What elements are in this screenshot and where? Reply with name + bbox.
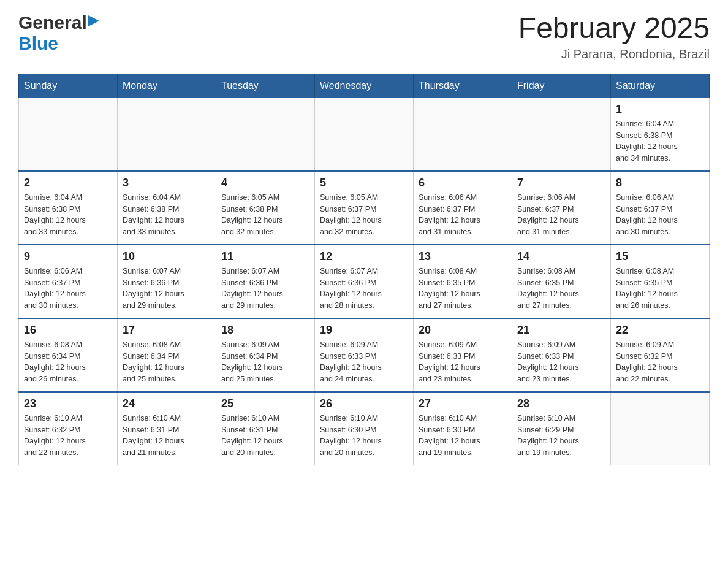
calendar-cell: 19Sunrise: 6:09 AM Sunset: 6:33 PM Dayli… (315, 318, 414, 392)
calendar-cell: 28Sunrise: 6:10 AM Sunset: 6:29 PM Dayli… (512, 392, 611, 465)
day-info: Sunrise: 6:10 AM Sunset: 6:29 PM Dayligh… (517, 413, 605, 459)
day-header-wednesday: Wednesday (315, 74, 414, 98)
day-info: Sunrise: 6:08 AM Sunset: 6:34 PM Dayligh… (24, 339, 112, 385)
calendar-cell: 23Sunrise: 6:10 AM Sunset: 6:32 PM Dayli… (19, 392, 118, 465)
day-info: Sunrise: 6:08 AM Sunset: 6:35 PM Dayligh… (517, 266, 605, 312)
page-header: General Blue February 2025 Ji Parana, Ro… (18, 12, 710, 61)
calendar-cell: 9Sunrise: 6:06 AM Sunset: 6:37 PM Daylig… (19, 245, 118, 318)
day-number: 11 (221, 250, 309, 263)
calendar-subtitle: Ji Parana, Rondonia, Brazil (518, 47, 710, 61)
title-area: February 2025 Ji Parana, Rondonia, Brazi… (518, 12, 710, 61)
logo-general-text: General (18, 12, 87, 33)
calendar-cell: 10Sunrise: 6:07 AM Sunset: 6:36 PM Dayli… (118, 245, 216, 318)
day-info: Sunrise: 6:07 AM Sunset: 6:36 PM Dayligh… (320, 266, 408, 312)
calendar-cell: 5Sunrise: 6:05 AM Sunset: 6:37 PM Daylig… (315, 171, 414, 245)
day-header-saturday: Saturday (611, 74, 710, 98)
calendar-cell: 1Sunrise: 6:04 AM Sunset: 6:38 PM Daylig… (611, 98, 710, 171)
day-info: Sunrise: 6:06 AM Sunset: 6:37 PM Dayligh… (517, 192, 605, 238)
week-row-1: 2Sunrise: 6:04 AM Sunset: 6:38 PM Daylig… (19, 171, 710, 245)
calendar-cell: 24Sunrise: 6:10 AM Sunset: 6:31 PM Dayli… (118, 392, 216, 465)
day-info: Sunrise: 6:08 AM Sunset: 6:34 PM Dayligh… (123, 339, 211, 385)
logo-blue-text: Blue (18, 33, 58, 53)
calendar-cell (216, 98, 315, 171)
day-info: Sunrise: 6:09 AM Sunset: 6:34 PM Dayligh… (221, 339, 309, 385)
day-info: Sunrise: 6:04 AM Sunset: 6:38 PM Dayligh… (24, 192, 112, 238)
logo-arrow-icon (88, 14, 99, 30)
calendar-cell: 7Sunrise: 6:06 AM Sunset: 6:37 PM Daylig… (512, 171, 611, 245)
day-number: 14 (517, 250, 605, 263)
calendar-cell (118, 98, 216, 171)
calendar-cell: 15Sunrise: 6:08 AM Sunset: 6:35 PM Dayli… (611, 245, 710, 318)
day-number: 18 (221, 324, 309, 337)
day-number: 3 (123, 177, 211, 190)
calendar-cell (611, 392, 710, 465)
day-info: Sunrise: 6:05 AM Sunset: 6:38 PM Dayligh… (221, 192, 309, 238)
calendar-cell (315, 98, 414, 171)
calendar-cell: 26Sunrise: 6:10 AM Sunset: 6:30 PM Dayli… (315, 392, 414, 465)
calendar-cell: 25Sunrise: 6:10 AM Sunset: 6:31 PM Dayli… (216, 392, 315, 465)
calendar-cell: 21Sunrise: 6:09 AM Sunset: 6:33 PM Dayli… (512, 318, 611, 392)
day-info: Sunrise: 6:06 AM Sunset: 6:37 PM Dayligh… (616, 192, 704, 238)
week-row-4: 23Sunrise: 6:10 AM Sunset: 6:32 PM Dayli… (19, 392, 710, 465)
calendar-cell: 14Sunrise: 6:08 AM Sunset: 6:35 PM Dayli… (512, 245, 611, 318)
calendar-cell: 3Sunrise: 6:04 AM Sunset: 6:38 PM Daylig… (118, 171, 216, 245)
calendar-cell (19, 98, 118, 171)
day-header-row: SundayMondayTuesdayWednesdayThursdayFrid… (19, 74, 710, 98)
svg-marker-0 (88, 15, 99, 26)
calendar-cell: 8Sunrise: 6:06 AM Sunset: 6:37 PM Daylig… (611, 171, 710, 245)
day-number: 23 (24, 397, 112, 410)
day-info: Sunrise: 6:10 AM Sunset: 6:30 PM Dayligh… (419, 413, 507, 459)
day-header-monday: Monday (118, 74, 216, 98)
day-info: Sunrise: 6:08 AM Sunset: 6:35 PM Dayligh… (616, 266, 704, 312)
day-header-friday: Friday (512, 74, 611, 98)
day-number: 1 (616, 103, 704, 116)
calendar-cell: 11Sunrise: 6:07 AM Sunset: 6:36 PM Dayli… (216, 245, 315, 318)
day-header-sunday: Sunday (19, 74, 118, 98)
calendar-cell: 27Sunrise: 6:10 AM Sunset: 6:30 PM Dayli… (414, 392, 512, 465)
calendar-body: 1Sunrise: 6:04 AM Sunset: 6:38 PM Daylig… (19, 98, 710, 465)
day-number: 9 (24, 250, 112, 263)
day-number: 15 (616, 250, 704, 263)
day-header-thursday: Thursday (414, 74, 512, 98)
day-number: 10 (123, 250, 211, 263)
day-number: 16 (24, 324, 112, 337)
day-number: 12 (320, 250, 408, 263)
day-number: 22 (616, 324, 704, 337)
day-info: Sunrise: 6:09 AM Sunset: 6:32 PM Dayligh… (616, 339, 704, 385)
day-info: Sunrise: 6:10 AM Sunset: 6:31 PM Dayligh… (123, 413, 211, 459)
day-info: Sunrise: 6:07 AM Sunset: 6:36 PM Dayligh… (123, 266, 211, 312)
day-info: Sunrise: 6:09 AM Sunset: 6:33 PM Dayligh… (419, 339, 507, 385)
week-row-0: 1Sunrise: 6:04 AM Sunset: 6:38 PM Daylig… (19, 98, 710, 171)
calendar-table: SundayMondayTuesdayWednesdayThursdayFrid… (18, 74, 710, 465)
calendar-header: SundayMondayTuesdayWednesdayThursdayFrid… (19, 74, 710, 98)
calendar-cell: 16Sunrise: 6:08 AM Sunset: 6:34 PM Dayli… (19, 318, 118, 392)
day-info: Sunrise: 6:06 AM Sunset: 6:37 PM Dayligh… (24, 266, 112, 312)
calendar-cell: 13Sunrise: 6:08 AM Sunset: 6:35 PM Dayli… (414, 245, 512, 318)
day-number: 27 (419, 397, 507, 410)
calendar-cell: 2Sunrise: 6:04 AM Sunset: 6:38 PM Daylig… (19, 171, 118, 245)
day-info: Sunrise: 6:10 AM Sunset: 6:31 PM Dayligh… (221, 413, 309, 459)
day-header-tuesday: Tuesday (216, 74, 315, 98)
day-number: 25 (221, 397, 309, 410)
day-number: 8 (616, 177, 704, 190)
day-number: 7 (517, 177, 605, 190)
day-number: 13 (419, 250, 507, 263)
day-info: Sunrise: 6:07 AM Sunset: 6:36 PM Dayligh… (221, 266, 309, 312)
day-info: Sunrise: 6:10 AM Sunset: 6:32 PM Dayligh… (24, 413, 112, 459)
day-number: 19 (320, 324, 408, 337)
day-number: 17 (123, 324, 211, 337)
calendar-cell: 6Sunrise: 6:06 AM Sunset: 6:37 PM Daylig… (414, 171, 512, 245)
calendar-cell: 4Sunrise: 6:05 AM Sunset: 6:38 PM Daylig… (216, 171, 315, 245)
calendar-cell: 20Sunrise: 6:09 AM Sunset: 6:33 PM Dayli… (414, 318, 512, 392)
day-number: 5 (320, 177, 408, 190)
day-info: Sunrise: 6:08 AM Sunset: 6:35 PM Dayligh… (419, 266, 507, 312)
day-info: Sunrise: 6:10 AM Sunset: 6:30 PM Dayligh… (320, 413, 408, 459)
day-number: 20 (419, 324, 507, 337)
calendar-cell: 12Sunrise: 6:07 AM Sunset: 6:36 PM Dayli… (315, 245, 414, 318)
day-info: Sunrise: 6:09 AM Sunset: 6:33 PM Dayligh… (517, 339, 605, 385)
day-info: Sunrise: 6:06 AM Sunset: 6:37 PM Dayligh… (419, 192, 507, 238)
day-number: 2 (24, 177, 112, 190)
calendar-cell: 17Sunrise: 6:08 AM Sunset: 6:34 PM Dayli… (118, 318, 216, 392)
day-info: Sunrise: 6:05 AM Sunset: 6:37 PM Dayligh… (320, 192, 408, 238)
day-number: 24 (123, 397, 211, 410)
